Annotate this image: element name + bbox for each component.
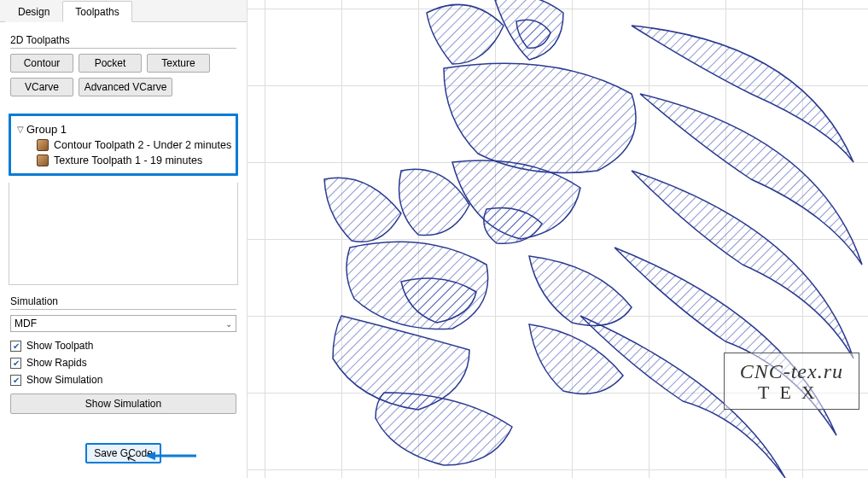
toolpath-icon	[37, 154, 49, 166]
checkbox-label: Show Simulation	[26, 374, 102, 386]
tree-item[interactable]: Contour Toolpath 2 - Under 2 minutes	[15, 137, 232, 153]
show-simulation-checkbox[interactable]: ✔ Show Simulation	[10, 371, 236, 388]
design-canvas[interactable]: CNC-tex.ru TEX	[248, 0, 868, 478]
watermark-line1: CNC-tex.ru	[740, 360, 843, 383]
tab-toolpaths[interactable]: Toolpaths	[62, 1, 131, 22]
watermark-line2: TEX	[740, 382, 843, 404]
toolpath-tree[interactable]: ▽ Group 1 Contour Toolpath 2 - Under 2 m…	[9, 114, 238, 176]
chevron-down-icon: ⌄	[225, 319, 232, 329]
show-toolpath-checkbox[interactable]: ✔ Show Toolpath	[10, 337, 236, 354]
show-simulation-button[interactable]: Show Simulation	[10, 393, 236, 414]
arrow-annotation-icon	[145, 450, 196, 462]
tree-item[interactable]: Texture Toolpath 1 - 19 minutes	[15, 153, 232, 168]
checkbox-checked-icon: ✔	[10, 358, 21, 369]
tree-group[interactable]: ▽ Group 1	[15, 121, 232, 137]
toolpaths-2d-legend: 2D Toolpaths	[10, 34, 236, 49]
material-value: MDF	[15, 318, 37, 329]
simulation-legend: Simulation	[10, 295, 236, 310]
sidebar: Design Toolpaths 2D Toolpaths Contour Po…	[0, 0, 248, 478]
chevron-down-icon: ▽	[15, 125, 26, 134]
checkbox-label: Show Rapids	[26, 357, 87, 369]
svg-marker-1	[145, 452, 155, 460]
show-rapids-checkbox[interactable]: ✔ Show Rapids	[10, 354, 236, 371]
checkbox-label: Show Toolpath	[26, 340, 94, 352]
simulation-section: Simulation MDF ⌄ ✔ Show Toolpath ✔ Show …	[10, 295, 236, 414]
checkbox-checked-icon: ✔	[10, 375, 21, 386]
contour-button[interactable]: Contour	[10, 54, 73, 73]
checkbox-checked-icon: ✔	[10, 341, 21, 352]
watermark: CNC-tex.ru TEX	[724, 353, 859, 410]
pocket-button[interactable]: Pocket	[79, 54, 142, 73]
tree-item-label: Contour Toolpath 2 - Under 2 minutes	[54, 139, 231, 151]
toolpath-icon	[37, 139, 49, 151]
tree-item-label: Texture Toolpath 1 - 19 minutes	[54, 154, 202, 166]
tree-group-label: Group 1	[26, 123, 67, 136]
texture-button[interactable]: Texture	[147, 54, 210, 73]
advanced-vcarve-button[interactable]: Advanced VCarve	[79, 78, 172, 96]
tab-bar: Design Toolpaths	[0, 0, 247, 22]
toolpaths-2d-section: 2D Toolpaths Contour Pocket Texture VCar…	[10, 34, 236, 102]
tree-empty-area	[9, 183, 238, 285]
tab-design[interactable]: Design	[5, 1, 62, 22]
vcarve-button[interactable]: VCarve	[10, 78, 73, 96]
material-select[interactable]: MDF ⌄	[10, 315, 236, 332]
